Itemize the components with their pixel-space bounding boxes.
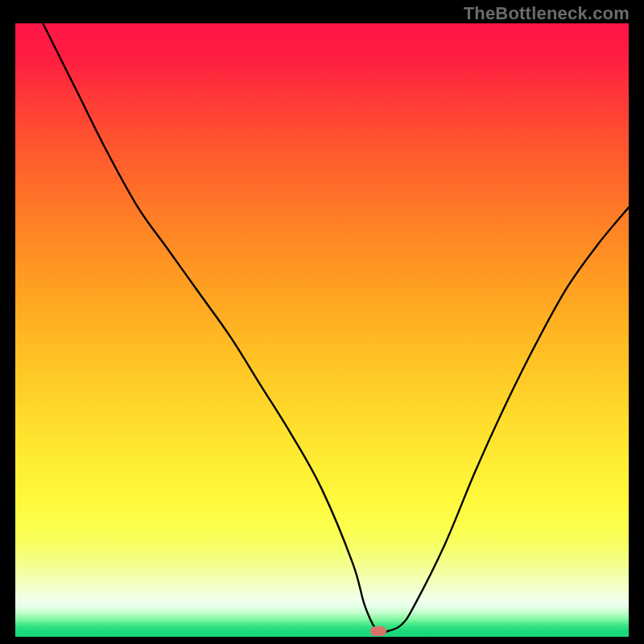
chart-frame: TheBottleneck.com bbox=[0, 0, 644, 644]
bottleneck-curve bbox=[15, 23, 629, 637]
plot-area bbox=[15, 23, 629, 637]
watermark-text: TheBottleneck.com bbox=[464, 3, 630, 24]
optimal-point-marker bbox=[370, 626, 386, 636]
